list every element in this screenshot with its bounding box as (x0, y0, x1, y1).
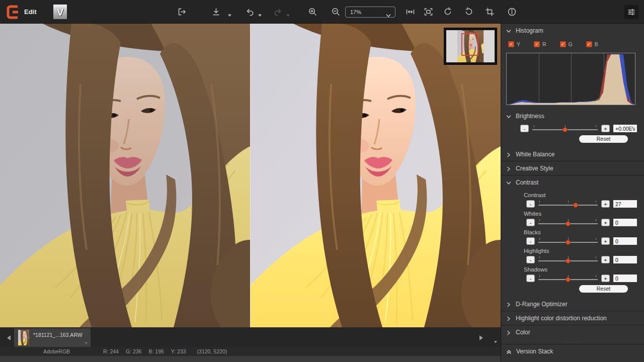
undo-icon[interactable] (245, 7, 255, 17)
fit-screen-icon[interactable] (424, 7, 433, 17)
zoom-level-value: 17% (350, 9, 361, 15)
filmstrip-menu-caret-icon[interactable] (494, 336, 498, 339)
export-icon[interactable] (177, 7, 187, 17)
increase-button[interactable]: + (601, 256, 610, 263)
decrease-button[interactable]: - (526, 256, 535, 263)
close-icon[interactable]: × (85, 340, 88, 346)
r-value: R: 244 (103, 347, 119, 356)
save-icon[interactable] (211, 7, 221, 17)
brightness-reset-button[interactable]: Reset (579, 135, 628, 143)
filmstrip-prev-icon[interactable] (6, 334, 11, 340)
slider-thumb[interactable] (566, 258, 571, 263)
increase-button[interactable]: + (601, 219, 610, 226)
chevron-right-icon (506, 302, 511, 307)
image-before[interactable] (0, 24, 250, 327)
slider-value-field[interactable] (613, 237, 637, 245)
slider-control[interactable] (538, 237, 598, 245)
panel-settings-toggle[interactable] (624, 5, 638, 19)
slider-row: - + (526, 200, 644, 208)
slider-thumb[interactable] (566, 221, 571, 226)
section-title: Color (516, 329, 530, 336)
slider-value-field[interactable] (613, 275, 637, 282)
channel-toggle[interactable]: ✓ B (586, 41, 598, 47)
section-contrast[interactable]: Contrast (501, 175, 644, 189)
chevron-down-icon (506, 180, 511, 185)
crop-icon[interactable] (485, 7, 495, 17)
slider-value-field[interactable] (613, 256, 637, 263)
top-toolbar: Edit V 17% (0, 0, 644, 24)
photo-after (251, 24, 501, 327)
image-after[interactable] (251, 24, 501, 327)
contrast-sliders-group: Contrast - + Whites - + Blacks (501, 192, 644, 282)
chevron-down-icon (506, 114, 511, 119)
checkbox-checked-icon[interactable]: ✓ (560, 41, 566, 47)
zoom-out-icon[interactable] (331, 7, 341, 17)
redo-options-caret-icon (286, 10, 290, 14)
slider-control[interactable] (538, 256, 598, 263)
undo-options-caret-icon[interactable] (258, 10, 262, 14)
double-chevron-up-icon (506, 349, 512, 354)
photo-before (0, 24, 250, 327)
checkbox-checked-icon[interactable]: ✓ (508, 41, 514, 47)
section-title: Brightness (516, 113, 544, 120)
section-version-stack[interactable]: Version Stack (501, 344, 644, 358)
increase-button[interactable]: + (601, 125, 610, 132)
slider-control[interactable] (538, 219, 598, 226)
chevron-down-icon (386, 11, 391, 21)
save-options-caret-icon[interactable] (227, 10, 232, 14)
fit-width-icon[interactable] (406, 7, 415, 17)
viewer-app-icon[interactable]: V (53, 5, 67, 19)
zoom-in-icon[interactable] (308, 7, 317, 17)
slider-thumb[interactable] (566, 277, 571, 282)
status-bar: AdobeRGB R: 244 G: 236 B: 195 Y: 233 (31… (0, 347, 501, 356)
increase-button[interactable]: + (601, 275, 610, 282)
info-icon[interactable] (507, 7, 517, 17)
contrast-reset-button[interactable]: Reset (579, 285, 628, 293)
channel-toggle[interactable]: ✓ R (534, 41, 546, 47)
decrease-button[interactable]: - (526, 237, 535, 245)
slider-value-field[interactable] (613, 200, 637, 208)
section-white-balance[interactable]: White Balance (501, 147, 644, 161)
slider-value-field[interactable] (613, 219, 637, 226)
brightness-slider[interactable] (532, 125, 598, 132)
slider-row: - + (526, 256, 644, 263)
slider-control[interactable] (538, 275, 598, 282)
section-highlight-color-distortion-reduction[interactable]: Highlight color distortion reduction (501, 311, 644, 325)
navigator-view-rectangle[interactable] (461, 33, 479, 56)
increase-button[interactable]: + (601, 200, 610, 208)
slider-thumb[interactable] (562, 127, 568, 132)
navigator-panel[interactable] (444, 28, 497, 65)
channel-label: B (595, 41, 598, 47)
decrease-button[interactable]: - (520, 125, 529, 132)
section-brightness[interactable]: Brightness (501, 109, 644, 123)
channel-toggle[interactable]: ✓ Y (508, 41, 520, 47)
checkbox-checked-icon[interactable]: ✓ (586, 41, 592, 47)
section-creative-style[interactable]: Creative Style (501, 161, 644, 175)
imaging-edge-edit-logo (5, 4, 21, 20)
filmstrip-next-icon[interactable] (479, 334, 484, 340)
checkbox-checked-icon[interactable]: ✓ (534, 41, 540, 47)
sliders-icon (627, 8, 636, 17)
filmstrip-selected-thumbnail[interactable]: *181121_...163.ARW × (14, 328, 91, 347)
section-color[interactable]: Color (501, 325, 644, 339)
increase-button[interactable]: + (601, 237, 610, 245)
section-title: D-Range Optimizer (516, 301, 568, 308)
decrease-button[interactable]: - (526, 275, 535, 282)
section-histogram[interactable]: Histogram (501, 24, 644, 37)
slider-thumb[interactable] (573, 203, 578, 208)
zoom-level-select[interactable]: 17% (345, 7, 395, 18)
rotate-ccw-icon[interactable] (443, 7, 452, 17)
brightness-value-field[interactable] (613, 125, 637, 132)
panel-resize-handle[interactable]: ····· (501, 340, 644, 344)
section-d-range-optimizer[interactable]: D-Range Optimizer (501, 297, 644, 311)
decrease-button[interactable]: - (526, 219, 535, 226)
bottom-filler (0, 356, 501, 362)
section-title: Contrast (516, 179, 538, 186)
decrease-button[interactable]: - (526, 200, 535, 208)
channel-label: G (569, 41, 573, 47)
channel-toggle[interactable]: ✓ G (560, 41, 573, 47)
slider-thumb[interactable] (566, 240, 571, 245)
app-window: Edit V 17% (0, 0, 644, 362)
slider-control[interactable] (538, 200, 598, 208)
rotate-cw-icon[interactable] (464, 7, 474, 17)
